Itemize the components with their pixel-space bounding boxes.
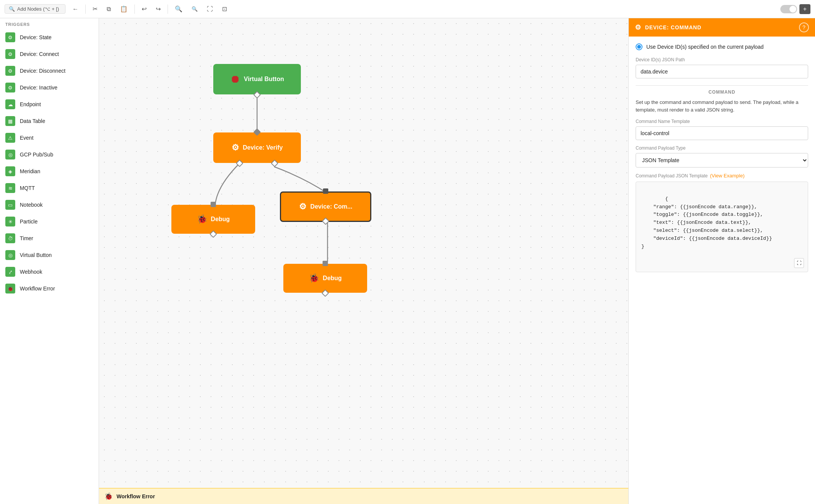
sidebar-item-timer[interactable]: ⏱ Timer: [0, 230, 99, 247]
webhook-icon: ⤤: [5, 267, 15, 277]
sidebar-item-device-disconnect[interactable]: ⚙ Device: Disconnect: [0, 62, 99, 79]
dv-top-connector: [253, 128, 261, 136]
device-inactive-label: Device: Inactive: [20, 85, 58, 91]
node-device-verify[interactable]: ⚙ Device: Verify: [213, 132, 301, 163]
device-verify-node-label: Device: Verify: [243, 144, 283, 151]
timer-icon: ⏱: [5, 233, 15, 243]
add-button[interactable]: +: [799, 4, 810, 14]
db-bottom-connector: [321, 289, 329, 297]
minimap-button[interactable]: ⊡: [220, 4, 229, 14]
radio-label: Use Device ID(s) specified on the curren…: [646, 44, 764, 50]
node-device-command[interactable]: ⚙ Device: Com...: [280, 191, 371, 222]
node-debug-bottom[interactable]: 🐞 Debug: [283, 264, 367, 293]
device-verify-node-icon: ⚙: [232, 143, 239, 153]
webhook-label: Webhook: [20, 269, 42, 275]
device-inactive-icon: ⚙: [5, 83, 15, 93]
debug-bottom-icon: 🐞: [309, 273, 319, 283]
command-divider: [636, 85, 808, 86]
virtual-button-node-icon: ⏺: [230, 73, 240, 85]
zoom-in-button[interactable]: 🔍: [189, 5, 200, 13]
data-table-icon: ▦: [5, 116, 15, 126]
mqtt-label: MQTT: [20, 185, 35, 191]
redo-button[interactable]: ↪: [153, 4, 163, 14]
device-connect-label: Device: Connect: [20, 51, 59, 57]
radio-device-id[interactable]: Use Device ID(s) specified on the curren…: [636, 43, 808, 50]
copy-button[interactable]: ⧉: [104, 4, 113, 14]
device-id-input[interactable]: [636, 65, 808, 78]
sidebar-item-endpoint[interactable]: ☁ Endpoint: [0, 96, 99, 113]
command-name-input[interactable]: [636, 126, 808, 140]
sidebar: TRIGGERS ⚙ Device: State ⚙ Device: Conne…: [0, 18, 99, 504]
dv-right-connector: [271, 159, 278, 167]
main-layout: TRIGGERS ⚙ Device: State ⚙ Device: Conne…: [0, 18, 815, 504]
gcp-pubsub-icon: ◎: [5, 150, 15, 159]
sidebar-item-device-inactive[interactable]: ⚙ Device: Inactive: [0, 79, 99, 96]
code-expand-button[interactable]: ⛶: [794, 258, 804, 268]
device-disconnect-icon: ⚙: [5, 66, 15, 76]
sidebar-item-virtual-button[interactable]: ◎ Virtual Button: [0, 247, 99, 263]
radio-button[interactable]: [636, 43, 642, 50]
sidebar-item-workflow-error[interactable]: 🐞 Workflow Error: [0, 280, 99, 297]
event-label: Event: [20, 135, 34, 141]
sidebar-item-notebook[interactable]: ▭ Notebook: [0, 196, 99, 213]
sidebar-item-event[interactable]: ⚠ Event: [0, 129, 99, 146]
dv-left-connector: [236, 159, 243, 167]
payload-type-label: Command Payload Type: [636, 145, 808, 151]
code-content: { "range": {{jsonEncode data.range}}, "t…: [641, 196, 772, 249]
json-template-label-row: Command Payload JSON Template (View Exam…: [636, 173, 808, 179]
code-editor[interactable]: { "range": {{jsonEncode data.range}}, "t…: [636, 182, 808, 272]
workflow-error-bar-icon: 🐞: [104, 492, 113, 501]
search-icon: 🔍: [9, 6, 15, 12]
gcp-pubsub-label: GCP Pub/Sub: [20, 152, 53, 158]
paste-button[interactable]: 📋: [118, 4, 130, 14]
debug-left-label: Debug: [211, 216, 230, 223]
device-state-icon: ⚙: [5, 32, 15, 42]
sidebar-item-data-table[interactable]: ▦ Data Table: [0, 113, 99, 129]
canvas-area[interactable]: ⏺ Virtual Button ⚙ Device: Verify 🐞 Debu…: [99, 18, 628, 504]
cut-button[interactable]: ✂: [90, 4, 100, 14]
sidebar-item-mqtt[interactable]: ≋ MQTT: [0, 180, 99, 196]
sidebar-item-device-connect[interactable]: ⚙ Device: Connect: [0, 46, 99, 62]
particle-label: Particle: [20, 219, 38, 225]
divider-3: [168, 5, 168, 14]
zoom-out-button[interactable]: 🔍: [173, 4, 185, 14]
notebook-label: Notebook: [20, 202, 43, 208]
particle-icon: ✳: [5, 217, 15, 226]
workflow-error-bar: 🐞 Workflow Error: [99, 488, 628, 504]
payload-type-select[interactable]: JSON Template String Template None: [636, 153, 808, 167]
add-nodes-search[interactable]: 🔍 Add Nodes (⌥ + [): [5, 4, 66, 14]
toggle-switch[interactable]: [780, 5, 797, 13]
dl-top-connector: [211, 202, 216, 207]
device-command-node-icon: ⚙: [299, 202, 307, 212]
event-icon: ⚠: [5, 133, 15, 143]
fit-button[interactable]: ⛶: [205, 4, 215, 14]
node-debug-left[interactable]: 🐞 Debug: [171, 205, 255, 234]
toolbar-right: +: [780, 4, 810, 14]
back-button[interactable]: ←: [70, 4, 81, 14]
workflow-error-bar-label: Workflow Error: [117, 493, 155, 499]
command-section-title: COMMAND: [636, 89, 808, 95]
command-name-label: Command Name Template: [636, 119, 808, 124]
view-example-link[interactable]: (View Example): [710, 173, 745, 179]
endpoint-label: Endpoint: [20, 101, 41, 107]
sidebar-item-particle[interactable]: ✳ Particle: [0, 213, 99, 230]
panel-help-button[interactable]: ?: [799, 22, 809, 32]
db-top-connector: [323, 261, 328, 266]
divider-1: [85, 5, 86, 14]
mqtt-icon: ≋: [5, 183, 15, 193]
sidebar-item-device-state[interactable]: ⚙ Device: State: [0, 29, 99, 46]
panel-header: ⚙ DEVICE: COMMAND ?: [629, 18, 815, 37]
notebook-icon: ▭: [5, 200, 15, 210]
dl-bottom-connector: [209, 230, 217, 238]
virtual-button-label: Virtual Button: [20, 252, 52, 258]
dc-top-connector: [323, 188, 328, 194]
sidebar-item-gcp-pubsub[interactable]: ◎ GCP Pub/Sub: [0, 146, 99, 163]
sidebar-item-webhook[interactable]: ⤤ Webhook: [0, 263, 99, 280]
sidebar-item-meridian[interactable]: ◈ Meridian: [0, 163, 99, 180]
node-virtual-button[interactable]: ⏺ Virtual Button: [213, 64, 301, 94]
undo-button[interactable]: ↩: [139, 4, 149, 14]
json-template-label: Command Payload JSON Template: [636, 173, 708, 179]
meridian-label: Meridian: [20, 168, 40, 174]
panel-header-title: ⚙ DEVICE: COMMAND: [635, 23, 702, 32]
sidebar-section-triggers: TRIGGERS: [0, 18, 99, 29]
